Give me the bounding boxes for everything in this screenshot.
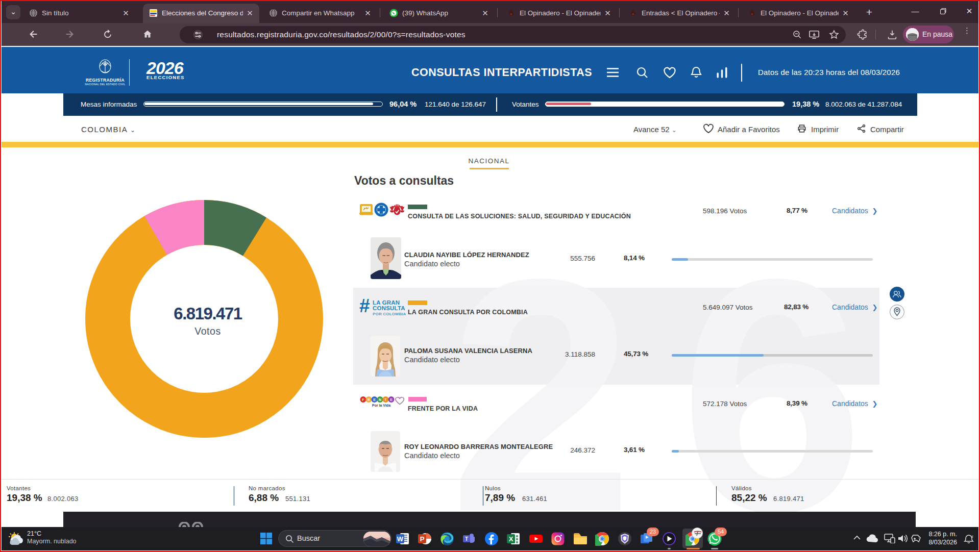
- svg-text:T: T: [384, 398, 387, 402]
- svg-text:z: z: [971, 534, 973, 539]
- svg-text:N: N: [379, 398, 381, 402]
- svg-text:E: E: [390, 398, 393, 402]
- svg-text:W: W: [397, 535, 404, 543]
- svg-text:X: X: [509, 535, 513, 543]
- svg-text:R: R: [368, 398, 370, 402]
- svg-text:P: P: [420, 535, 425, 543]
- svg-text:E: E: [373, 398, 376, 402]
- svg-text:Por la Vida: Por la Vida: [372, 404, 390, 407]
- svg-text:F: F: [362, 398, 364, 402]
- svg-text:T: T: [465, 536, 468, 542]
